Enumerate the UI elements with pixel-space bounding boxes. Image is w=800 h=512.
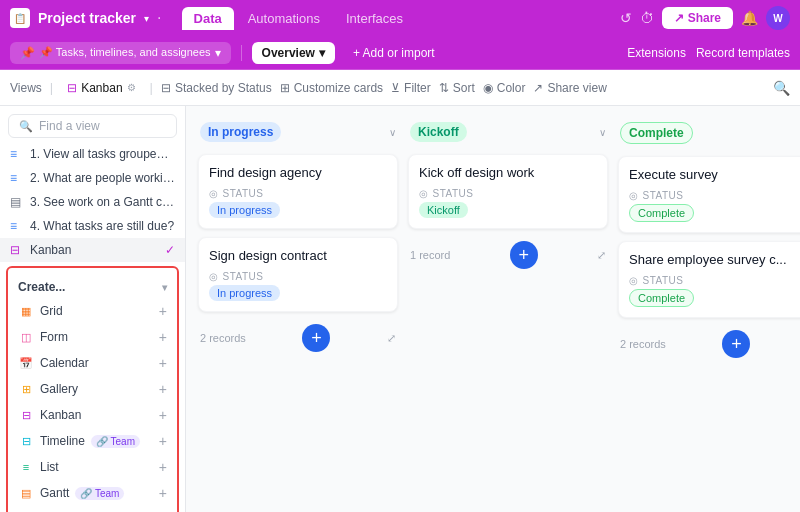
create-calendar[interactable]: 📅 Calendar + [8, 350, 177, 376]
create-gantt[interactable]: ▤ Gantt 🔗 Team + [8, 480, 177, 506]
customize-icon: ⊞ [280, 81, 290, 95]
filter-icon: ⊻ [391, 81, 400, 95]
customize-option[interactable]: ⊞ Customize cards [280, 81, 383, 95]
add-import-button[interactable]: + Add or import [345, 42, 443, 64]
kanban-label: Kanban [81, 81, 122, 95]
column-kickoff-title: Kickoff [410, 122, 467, 142]
tab-interfaces[interactable]: Interfaces [334, 7, 415, 30]
card-status-badge: In progress [209, 202, 280, 218]
create-form-label: Form [40, 330, 68, 344]
create-header: Create... ▾ [8, 272, 177, 298]
create-kanban[interactable]: ⊟ Kanban + [8, 402, 177, 428]
form-icon: ◫ [18, 331, 34, 344]
add-card-button[interactable]: + [302, 324, 330, 352]
sidebar-item-view1[interactable]: ≡ 1. View all tasks grouped by proj... [0, 142, 185, 166]
clock-icon[interactable]: ⏱ [640, 10, 654, 26]
title-chevron-icon[interactable]: ▾ [144, 13, 149, 24]
create-grid[interactable]: ▦ Grid + [8, 298, 177, 324]
app-title: Project tracker [38, 10, 136, 26]
timeline-icon: ⊟ [18, 435, 34, 448]
main-layout: 🔍 Find a view ≡ 1. View all tasks groupe… [0, 106, 800, 512]
column-in-progress-chevron-icon[interactable]: ∨ [389, 127, 396, 138]
create-list-label: List [40, 460, 59, 474]
card-title: Find design agency [209, 165, 387, 180]
card-field-label: ◎ STATUS [209, 271, 387, 282]
undo-icon[interactable]: ↺ [620, 10, 632, 26]
expand-icon[interactable]: ⤢ [597, 249, 606, 262]
sidebar-item-view4[interactable]: ≡ 4. What tasks are still due? [0, 214, 185, 238]
bell-icon[interactable]: 🔔 [741, 10, 758, 26]
card-kick-off-design[interactable]: Kick off design work ◎ STATUS Kickoff [408, 154, 608, 229]
sidebar-item-view2[interactable]: ≡ 2. What are people working on? [0, 166, 185, 190]
app-logo: 📋 [10, 8, 30, 28]
records-count: 2 records [620, 338, 666, 350]
card-field-label: ◎ STATUS [209, 188, 387, 199]
tasks-selector-button[interactable]: 📌 📌 Tasks, timelines, and assignees ▾ [10, 42, 231, 64]
card-title: Kick off design work [419, 165, 597, 180]
records-count: 1 record [410, 249, 450, 261]
column-complete-header: Complete ∨ [618, 118, 800, 148]
second-bar: 📌 📌 Tasks, timelines, and assignees ▾ Ov… [0, 36, 800, 70]
share-view-option[interactable]: ↗ Share view [533, 81, 606, 95]
color-option[interactable]: ◉ Color [483, 81, 526, 95]
sidebar-item-view3[interactable]: ▤ 3. See work on a Gantt chart [0, 190, 185, 214]
add-card-button[interactable]: + [510, 241, 538, 269]
extensions-link[interactable]: Extensions [627, 46, 686, 60]
column-kickoff-chevron-icon[interactable]: ∨ [599, 127, 606, 138]
create-gallery[interactable]: ⊞ Gallery + [8, 376, 177, 402]
create-label: Create... [18, 280, 65, 294]
add-card-button[interactable]: + [722, 330, 750, 358]
kanban-view-button[interactable]: ⊟ Kanban ⚙ [61, 79, 141, 97]
create-timeline[interactable]: ⊟ Timeline 🔗 Team + [8, 428, 177, 454]
sort-option[interactable]: ⇅ Sort [439, 81, 475, 95]
column-in-progress-footer: 2 records + ⤢ [198, 320, 398, 356]
card-title: Sign design contract [209, 248, 387, 263]
top-bar-right: ↺ ⏱ ↗ ↗ Share 🔔 W [620, 6, 790, 30]
card-sign-design-contract[interactable]: Sign design contract ◎ STATUS In progres… [198, 237, 398, 312]
status-circle-icon: ◎ [629, 190, 639, 201]
create-form[interactable]: ◫ Form + [8, 324, 177, 350]
user-avatar[interactable]: W [766, 6, 790, 30]
sort-icon: ⇅ [439, 81, 449, 95]
gantt-icon: ▤ [10, 195, 24, 209]
card-find-design-agency[interactable]: Find design agency ◎ STATUS In progress [198, 154, 398, 229]
expand-icon[interactable]: ⤢ [387, 332, 396, 345]
card-status-badge: Complete [629, 289, 694, 307]
stacked-option[interactable]: ⊟ Stacked by Status [161, 81, 272, 95]
kanban-settings-icon: ⚙ [127, 82, 136, 93]
tab-data[interactable]: Data [182, 7, 234, 30]
record-templates-link[interactable]: Record templates [696, 46, 790, 60]
add-form-icon: + [159, 329, 167, 345]
list-create-icon: ≡ [18, 461, 34, 473]
search-icon[interactable]: 🔍 [773, 80, 790, 96]
sidebar-item-kanban[interactable]: ⊟ Kanban ✓ [0, 238, 185, 262]
create-list[interactable]: ≡ List + [8, 454, 177, 480]
create-new-section[interactable]: ⊕ New section 🔗 Team + [8, 506, 177, 512]
tab-automations[interactable]: Automations [236, 7, 332, 30]
info-icon[interactable]: · [157, 9, 161, 27]
views-label: Views [10, 81, 42, 95]
filter-option[interactable]: ⊻ Filter [391, 81, 431, 95]
create-timeline-label: Timeline [40, 434, 85, 448]
create-kanban-label: Kanban [40, 408, 81, 422]
card-execute-survey[interactable]: Execute survey ◎ STATUS Complete [618, 156, 800, 233]
stacked-icon: ⊟ [161, 81, 171, 95]
add-gantt-icon: + [159, 485, 167, 501]
gantt-team-badge: 🔗 Team [75, 487, 124, 500]
create-chevron-icon[interactable]: ▾ [162, 282, 167, 293]
status-circle-icon: ◎ [209, 271, 219, 282]
add-import-label: + Add or import [353, 46, 435, 60]
sidebar-search[interactable]: 🔍 Find a view [8, 114, 177, 138]
kanban-board: In progress ∨ Find design agency ◎ STATU… [186, 106, 800, 512]
divider [241, 45, 242, 61]
card-title: Share employee survey c... [629, 252, 800, 267]
views-divider: | [50, 80, 53, 95]
card-share-survey[interactable]: Share employee survey c... ◎ STATUS Comp… [618, 241, 800, 318]
sidebar: 🔍 Find a view ≡ 1. View all tasks groupe… [0, 106, 186, 512]
active-checkmark-icon: ✓ [165, 243, 175, 257]
share-button[interactable]: ↗ ↗ Share [662, 7, 733, 29]
add-calendar-icon: + [159, 355, 167, 371]
views-bar-right: 🔍 [773, 80, 790, 96]
status-circle-icon: ◎ [419, 188, 429, 199]
overview-tab[interactable]: Overview ▾ [252, 42, 335, 64]
